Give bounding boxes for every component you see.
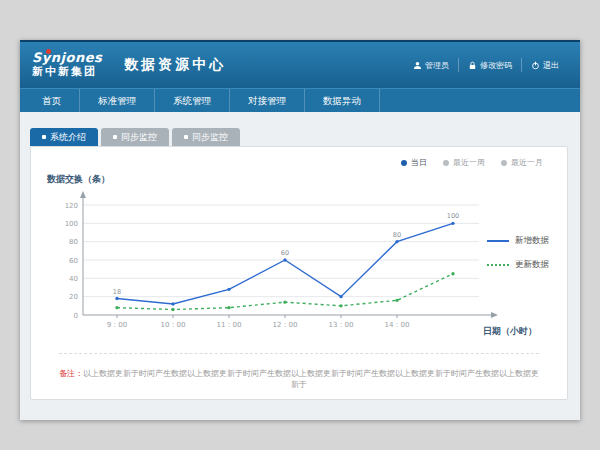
admin-user-button[interactable]: 管理员 [404, 58, 458, 72]
filter-dot-icon [401, 160, 407, 166]
tab-sync-monitor-1[interactable]: 同步监控 [101, 128, 169, 146]
filter-label: 最近一月 [511, 157, 543, 168]
admin-user-label: 管理员 [425, 60, 449, 71]
svg-text:13：00: 13：00 [329, 321, 354, 329]
svg-text:18: 18 [113, 288, 121, 296]
svg-text:80: 80 [69, 238, 78, 246]
page-title: 数据资源中心 [124, 56, 226, 74]
svg-text:60: 60 [69, 257, 78, 265]
nav-item-interface-management[interactable]: 对接管理 [230, 89, 305, 112]
main-nav: 首页 标准管理 系统管理 对接管理 数据异动 [20, 88, 580, 112]
svg-text:11：00: 11：00 [217, 321, 242, 329]
tab-icon [42, 135, 46, 139]
series-label: 更新数据 [515, 259, 549, 271]
series-line-sample [487, 240, 509, 242]
period-filter[interactable]: 最近一月 [501, 157, 543, 168]
period-filter[interactable]: 当日 [401, 157, 427, 168]
period-filters: 当日 最近一周 最近一月 [401, 157, 543, 168]
tab-icon [113, 135, 117, 139]
nav-item-standard-management[interactable]: 标准管理 [80, 89, 155, 112]
logout-label: 退出 [543, 60, 559, 71]
content-area: 系统介绍 同步监控 同步监控 当日 最近一周 [20, 114, 580, 420]
svg-text:14：00: 14：00 [385, 321, 410, 329]
svg-text:100: 100 [447, 212, 459, 220]
x-axis-title: 日期（小时） [483, 325, 537, 338]
tab-label: 同步监控 [121, 131, 157, 144]
footnote: 备注：以上数据更新于时间产生数据以上数据更新于时间产生数据以上数据更新于时间产生… [59, 353, 539, 390]
filter-dot-icon [501, 160, 507, 166]
tab-label: 同步监控 [192, 131, 228, 144]
nav-item-data-change[interactable]: 数据异动 [305, 89, 380, 112]
footnote-prefix: 备注： [59, 369, 83, 378]
series-legend: 新增数据 更新数据 [487, 235, 549, 271]
series-line-sample [487, 264, 509, 266]
series-legend-item[interactable]: 更新数据 [487, 259, 549, 271]
lock-icon [468, 61, 477, 70]
svg-text:9：00: 9：00 [107, 321, 127, 329]
browser-window: Synjones 新中新集团 数据资源中心 管理员 修改密码 退出 [20, 40, 580, 420]
tab-label: 系统介绍 [50, 131, 86, 144]
period-filter[interactable]: 最近一周 [443, 157, 485, 168]
nav-item-home[interactable]: 首页 [24, 89, 80, 112]
logo-text-en: Synjones [32, 51, 102, 66]
svg-text:12：00: 12：00 [273, 321, 298, 329]
nav-item-system-management[interactable]: 系统管理 [155, 89, 230, 112]
filter-dot-icon [443, 160, 449, 166]
svg-text:100: 100 [65, 220, 78, 228]
tab-sync-monitor-2[interactable]: 同步监控 [172, 128, 240, 146]
logo-text-cn: 新中新集团 [32, 66, 102, 79]
svg-text:40: 40 [69, 275, 78, 283]
change-password-label: 修改密码 [480, 60, 512, 71]
footnote-text: 以上数据更新于时间产生数据以上数据更新于时间产生数据以上数据更新于时间产生数据以… [83, 369, 539, 389]
user-icon [413, 61, 422, 70]
line-chart: 0204060801001209：0010：0011：0012：0013：001… [45, 187, 525, 379]
logout-button[interactable]: 退出 [521, 58, 568, 72]
power-icon [531, 61, 540, 70]
svg-text:120: 120 [65, 202, 78, 210]
app-header: Synjones 新中新集团 数据资源中心 管理员 修改密码 退出 [20, 42, 580, 88]
svg-text:10：00: 10：00 [161, 321, 186, 329]
tab-bar: 系统介绍 同步监控 同步监控 [30, 128, 240, 146]
svg-text:60: 60 [281, 249, 289, 257]
svg-text:20: 20 [69, 293, 78, 301]
header-actions: 管理员 修改密码 退出 [404, 58, 568, 72]
y-axis-title: 数据交换（条） [47, 173, 110, 186]
tab-system-intro[interactable]: 系统介绍 [30, 128, 98, 146]
filter-label: 当日 [411, 157, 427, 168]
svg-text:0: 0 [74, 312, 78, 320]
logo: Synjones 新中新集团 [32, 51, 102, 79]
chart-panel: 当日 最近一周 最近一月 数据交换（条） 0204060801001209：00… [30, 146, 568, 400]
svg-text:80: 80 [393, 231, 401, 239]
change-password-button[interactable]: 修改密码 [458, 58, 521, 72]
filter-label: 最近一周 [453, 157, 485, 168]
series-legend-item[interactable]: 新增数据 [487, 235, 549, 247]
series-label: 新增数据 [515, 235, 549, 247]
tab-icon [184, 135, 188, 139]
